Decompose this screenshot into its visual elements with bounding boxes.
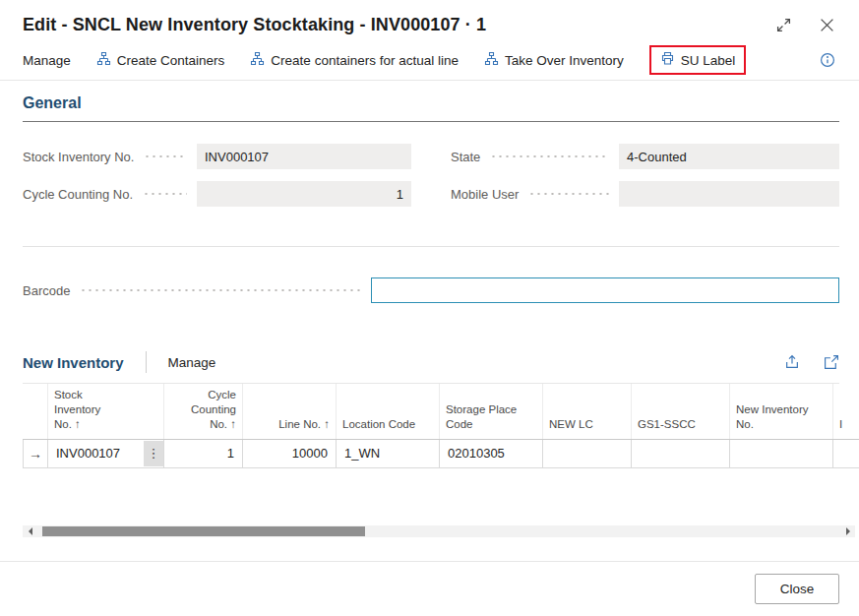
subpage-icons <box>784 354 839 370</box>
col-location-code[interactable]: Location Code <box>337 384 440 439</box>
new-inventory-table: Stock Inventory No. ↑ Cycle Counting No.… <box>23 384 859 468</box>
barcode-field: Barcode <box>23 277 839 304</box>
row-selector-icon: → <box>29 446 42 462</box>
gutter-header <box>24 384 48 439</box>
mobile-user-value[interactable] <box>619 181 839 207</box>
create-containers-label: Create Containers <box>117 53 225 68</box>
table-header-row: Stock Inventory No. ↑ Cycle Counting No.… <box>24 384 859 439</box>
new-inventory-header: New Inventory Manage <box>23 351 839 384</box>
col-line-no[interactable]: Line No. ↑ <box>243 384 337 439</box>
new-inventory-manage[interactable]: Manage <box>168 355 216 370</box>
col-gs1-sscc[interactable]: GS1-SSCC <box>632 384 730 439</box>
dotted-leader <box>528 181 609 207</box>
col-cycle-counting-no[interactable]: Cycle Counting No. ↑ <box>164 384 243 439</box>
scroll-left-icon[interactable] <box>23 525 36 537</box>
dotted-leader <box>144 144 187 169</box>
cell-stock-inventory-no[interactable]: INV000107 ⋮ <box>48 439 164 467</box>
stock-inventory-no-value[interactable]: INV000107 <box>197 144 411 169</box>
cell-partial[interactable] <box>833 439 859 467</box>
close-icon[interactable] <box>818 17 835 34</box>
cycle-counting-no-label: Cycle Counting No. <box>23 187 133 202</box>
col-new-inventory-no[interactable]: New Inventory No. <box>730 384 833 439</box>
take-over-inventory-action[interactable]: Take Over Inventory <box>484 51 624 69</box>
open-in-new-window-icon[interactable] <box>824 354 839 370</box>
dotted-leader <box>80 277 361 303</box>
state-label: State <box>451 150 480 164</box>
org-chart-icon <box>250 51 265 69</box>
org-chart-icon <box>484 51 499 69</box>
cell-new-lc[interactable] <box>543 439 632 467</box>
row-options-icon[interactable]: ⋮ <box>144 441 163 466</box>
titlebar: Edit - SNCL New Inventory Stocktaking - … <box>0 0 859 43</box>
mobile-user-field: Mobile User <box>451 181 839 207</box>
cell-gs1-sscc[interactable] <box>632 439 730 467</box>
col-storage-place-code[interactable]: Storage Place Code <box>440 384 543 439</box>
action-bar: Manage Create Containers Create containe… <box>0 43 859 81</box>
cell-storage-place-code[interactable]: 02010305 <box>440 439 543 467</box>
close-button[interactable]: Close <box>755 574 839 604</box>
footer: Close <box>0 561 859 616</box>
cell-new-inventory-no[interactable] <box>730 439 833 467</box>
take-over-inventory-label: Take Over Inventory <box>505 53 624 68</box>
su-label-label: SU Label <box>681 53 736 68</box>
manage-action-label: Manage <box>23 53 71 68</box>
general-fields: Stock Inventory No. INV000107 State 4-Co… <box>0 122 859 207</box>
stock-inventory-no-field: Stock Inventory No. INV000107 <box>23 144 411 169</box>
scrollbar-track[interactable] <box>36 525 841 537</box>
printer-icon <box>660 51 675 69</box>
dotted-leader <box>490 144 609 169</box>
info-icon[interactable] <box>820 52 835 68</box>
barcode-label: Barcode <box>23 283 70 298</box>
create-containers-action[interactable]: Create Containers <box>96 51 225 69</box>
create-containers-actual-line-label: Create containers for actual line <box>271 53 459 68</box>
section-divider <box>23 246 839 247</box>
vertical-separator <box>146 351 147 373</box>
barcode-input[interactable] <box>371 277 839 303</box>
general-section-heading[interactable]: General <box>23 94 839 122</box>
horizontal-scrollbar <box>23 524 855 538</box>
cycle-counting-no-value[interactable]: 1 <box>197 181 411 207</box>
org-chart-icon <box>96 51 111 69</box>
col-new-lc[interactable]: NEW LC <box>543 384 632 439</box>
new-inventory-title[interactable]: New Inventory <box>23 354 124 371</box>
create-containers-actual-line-action[interactable]: Create containers for actual line <box>250 51 459 69</box>
stock-inventory-no-label: Stock Inventory No. <box>23 150 134 164</box>
table-row: → INV000107 ⋮ 1 10000 1_WN 02010305 <box>24 439 859 467</box>
cycle-counting-no-field: Cycle Counting No. 1 <box>23 181 411 207</box>
state-value[interactable]: 4-Counted <box>619 144 839 169</box>
scroll-right-icon[interactable] <box>841 525 855 537</box>
col-stock-inventory-no[interactable]: Stock Inventory No. ↑ <box>48 384 164 439</box>
cell-cycle-counting-no[interactable]: 1 <box>164 439 243 467</box>
col-partial[interactable]: I <box>833 384 859 439</box>
share-icon[interactable] <box>784 354 800 370</box>
su-label-action[interactable]: SU Label <box>660 51 736 69</box>
row-selector-cell[interactable]: → <box>24 439 48 467</box>
cell-location-code[interactable]: 1_WN <box>337 439 440 467</box>
page-title: Edit - SNCL New Inventory Stocktaking - … <box>23 15 486 35</box>
window-controls <box>774 17 835 34</box>
expand-icon[interactable] <box>774 17 792 34</box>
scrollbar-thumb[interactable] <box>42 526 365 536</box>
state-field: State 4-Counted <box>451 144 839 169</box>
cell-line-no[interactable]: 10000 <box>243 439 337 467</box>
dotted-leader <box>143 181 187 207</box>
mobile-user-label: Mobile User <box>451 187 519 202</box>
su-label-highlight: SU Label <box>649 45 747 75</box>
manage-action[interactable]: Manage <box>23 53 71 68</box>
